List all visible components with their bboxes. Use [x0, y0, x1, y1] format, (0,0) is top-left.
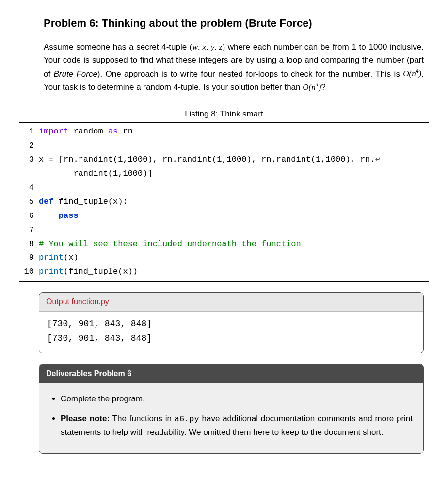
code-line	[39, 223, 429, 237]
line-number: 8	[19, 237, 34, 251]
code-line: def find_tuple(x):	[39, 195, 429, 209]
code-line: x = [rn.randint(1,1000), rn.randint(1,10…	[39, 153, 429, 167]
big-o-1: O(n4)	[403, 69, 421, 78]
prose-text: Assume someone has a secret 4-tuple	[44, 42, 190, 51]
code-line: print(x)	[39, 251, 429, 265]
line-number: 9	[19, 251, 34, 265]
output-line: [730, 901, 843, 848]	[47, 331, 416, 346]
line-number: 5	[19, 195, 34, 209]
code-line: print(find_tuple(x))	[39, 265, 429, 279]
line-number: 2	[19, 139, 34, 153]
code-line: randint(1,1000)]	[39, 167, 429, 181]
code-line	[39, 139, 429, 153]
prose-text: ?	[321, 83, 325, 92]
page: Problem 6: Thinking about the problem (B…	[0, 0, 448, 473]
line-number	[19, 167, 34, 181]
deliverables-title: Deliverables Problem 6	[39, 364, 423, 383]
deliverables-body: Complete the program. Please note: The f…	[39, 383, 423, 454]
line-number: 3	[19, 153, 34, 167]
code-line: # You will see these included underneath…	[39, 237, 429, 251]
line-number: 1	[19, 125, 34, 139]
output-line: [730, 901, 843, 848]	[47, 316, 416, 331]
output-box: Output function.py [730, 901, 843, 848] …	[39, 292, 424, 353]
brute-force-term: Brute Force	[53, 69, 97, 78]
line-number: 10	[19, 265, 34, 279]
code-line	[39, 181, 429, 195]
deliverable-bold: Please note:	[61, 414, 110, 423]
big-o-2: O(n4)	[303, 83, 321, 92]
prose-text: ). One approach is to write four nested …	[97, 69, 403, 78]
output-title: Output function.py	[39, 293, 423, 312]
output-body: [730, 901, 843, 848] [730, 901, 843, 848…	[39, 312, 423, 353]
deliverable-text: The functions in	[110, 414, 174, 423]
list-item: Please note: The functions in a6.py have…	[61, 412, 413, 439]
code-filename: a6.py	[175, 414, 199, 424]
deliverable-text: Complete the program.	[61, 394, 145, 403]
deliverables-box: Deliverables Problem 6 Complete the prog…	[39, 364, 424, 454]
problem-section: Problem 6: Thinking about the problem (B…	[44, 15, 424, 94]
code-line: import random as rn	[39, 125, 429, 139]
tuple-expr: (w, x, y, z)	[190, 42, 225, 51]
line-number: 4	[19, 181, 34, 195]
list-item: Complete the program.	[61, 392, 413, 405]
line-number: 6	[19, 209, 34, 223]
code-listing: 1import random as rn23x = [rn.randint(1,…	[19, 122, 429, 282]
problem-heading: Problem 6: Thinking about the problem (B…	[44, 15, 424, 32]
line-number: 7	[19, 223, 34, 237]
problem-body: Assume someone has a secret 4-tuple (w, …	[44, 40, 424, 94]
rule-bottom	[19, 281, 429, 282]
listing-caption: Listing 8: Think smart	[15, 107, 433, 120]
deliverables-list: Complete the program. Please note: The f…	[50, 392, 413, 439]
code-line: pass	[39, 209, 429, 223]
